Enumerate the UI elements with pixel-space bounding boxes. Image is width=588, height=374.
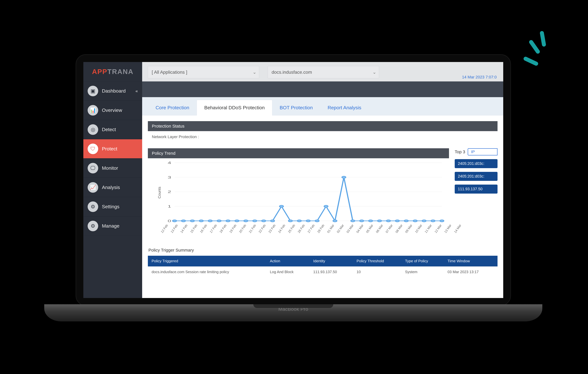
- content-area: Protection Status Network Layer Protecti…: [142, 115, 503, 298]
- trigger-summary-table: Policy TriggeredActionIdentityPolicy Thr…: [148, 256, 497, 277]
- svg-point-33: [378, 220, 381, 222]
- svg-point-23: [288, 220, 293, 222]
- svg-point-35: [395, 220, 399, 222]
- svg-point-20: [262, 220, 266, 222]
- table-cell: 03 Mar 2023 13:17: [444, 267, 497, 277]
- top3-type-select[interactable]: IP: [468, 148, 497, 155]
- svg-point-36: [404, 220, 408, 222]
- protection-status-body: Network Layer Protection :: [148, 131, 497, 143]
- sidebar-item-settings[interactable]: ⚙Settings: [83, 197, 142, 216]
- svg-point-18: [244, 220, 248, 222]
- chevron-down-icon: ⌄: [372, 69, 376, 75]
- svg-point-34: [387, 220, 390, 222]
- chart-y-axis-label: Counts: [157, 187, 162, 198]
- chevron-left-icon: «: [136, 88, 138, 93]
- sub-header-bar: [142, 81, 503, 97]
- main-area: [ All Applications ] ⌄ docs.indusface.co…: [142, 62, 503, 298]
- domain-filter-select[interactable]: docs.indusface.com ⌄: [268, 66, 379, 78]
- accent-marks: [527, 36, 542, 58]
- sidebar-item-label: Settings: [102, 204, 119, 209]
- device-shadow: [44, 321, 542, 337]
- tab-report-analysis[interactable]: Report Analysis: [320, 100, 369, 115]
- sidebar-item-analysis[interactable]: 📈Analysis: [83, 178, 142, 197]
- table-header: Time Window: [444, 256, 497, 267]
- tab-core-protection[interactable]: Core Protection: [148, 100, 197, 115]
- topbar: [ All Applications ] ⌄ docs.indusface.co…: [142, 62, 503, 81]
- sidebar-item-label: Protect: [102, 146, 117, 152]
- svg-point-11: [181, 220, 186, 222]
- device-base: MacBook Pro: [44, 304, 542, 321]
- chevron-down-icon: ⌄: [253, 69, 256, 75]
- svg-point-10: [173, 220, 177, 222]
- sidebar-item-label: Dashboard: [102, 88, 126, 94]
- sidebar-item-detect[interactable]: ◎Detect: [83, 120, 142, 139]
- svg-point-26: [315, 220, 319, 222]
- svg-point-30: [351, 220, 355, 222]
- svg-point-14: [208, 220, 212, 222]
- sidebar-item-monitor[interactable]: 🖵Monitor: [83, 158, 142, 178]
- device-notch: [266, 55, 320, 60]
- device-screen: APPTRANA ▣Dashboard«📊Overview◎Detect🛡Pro…: [83, 62, 503, 298]
- protect-icon: 🛡: [88, 143, 98, 154]
- svg-text:0: 0: [168, 219, 171, 223]
- table-header: Policy Triggered: [148, 256, 266, 267]
- sidebar-item-label: Monitor: [102, 165, 118, 171]
- svg-point-21: [271, 220, 275, 222]
- tab-behavioral-ddos-protection[interactable]: Behavioral DDoS Protection: [197, 100, 272, 115]
- sidebar-item-manage[interactable]: ⚙Manage: [83, 216, 142, 236]
- svg-point-27: [324, 205, 328, 208]
- table-header: Type of Policy: [401, 256, 444, 267]
- analysis-icon: 📈: [88, 182, 98, 193]
- sidebar: APPTRANA ▣Dashboard«📊Overview◎Detect🛡Pro…: [83, 62, 142, 298]
- svg-point-13: [199, 220, 203, 222]
- logo-part-2: TRANA: [107, 68, 133, 76]
- svg-point-29: [342, 176, 346, 178]
- svg-text:4: 4: [168, 161, 171, 165]
- sidebar-item-overview[interactable]: 📊Overview: [83, 100, 142, 120]
- trigger-summary-title: Policy Trigger Summary: [148, 248, 497, 253]
- tab-bot-protection[interactable]: BOT Protection: [272, 100, 320, 115]
- table-cell: 111.93.137.50: [310, 267, 353, 277]
- domain-filter-value: docs.indusface.com: [272, 70, 312, 75]
- svg-point-32: [369, 220, 373, 222]
- detect-icon: ◎: [88, 124, 98, 135]
- svg-point-17: [235, 220, 239, 222]
- top3-label: Top 3: [455, 149, 465, 154]
- monitor-icon: 🖵: [88, 163, 98, 173]
- top-ip-entry[interactable]: 2405:201:d03c:: [455, 159, 497, 168]
- sidebar-item-protect[interactable]: 🛡Protect: [83, 139, 142, 158]
- table-cell: docs.indusface.com Session rate limiting…: [148, 267, 266, 277]
- svg-point-38: [422, 220, 426, 222]
- logo-part-1: APP: [92, 68, 107, 76]
- sidebar-item-label: Manage: [102, 223, 119, 229]
- svg-point-12: [190, 220, 194, 222]
- svg-point-28: [333, 220, 337, 222]
- sidebar-item-label: Overview: [102, 107, 122, 113]
- table-row: docs.indusface.com Session rate limiting…: [148, 267, 497, 277]
- table-cell: 10: [353, 267, 401, 277]
- table-cell: System: [401, 267, 444, 277]
- top-ip-entry[interactable]: 2405:201:d03c:: [455, 172, 497, 181]
- app-logo: APPTRANA: [83, 62, 142, 81]
- tab-bar: Core ProtectionBehavioral DDoS Protectio…: [142, 97, 503, 115]
- settings-icon: ⚙: [88, 201, 98, 212]
- page-timestamp: 14 Mar 2023 7:07:0: [462, 75, 497, 79]
- sidebar-item-label: Detect: [102, 127, 116, 132]
- app-root: APPTRANA ▣Dashboard«📊Overview◎Detect🛡Pro…: [83, 62, 503, 298]
- policy-trend-panel: Policy Trend Counts 01234 12 Feb13 Feb14…: [148, 148, 449, 239]
- svg-text:1: 1: [168, 204, 171, 208]
- svg-text:2: 2: [168, 190, 171, 194]
- svg-point-16: [226, 220, 230, 222]
- svg-point-15: [217, 220, 221, 222]
- application-filter-select[interactable]: [ All Applications ] ⌄: [148, 66, 259, 78]
- top-ip-entry[interactable]: 111.93.137.50: [455, 185, 497, 194]
- policy-trend-chart: Counts 01234 12 Feb13 Feb14 Feb15 Feb16 …: [148, 158, 449, 239]
- svg-point-31: [360, 220, 364, 222]
- svg-point-19: [253, 220, 257, 222]
- application-filter-value: [ All Applications ]: [152, 70, 187, 75]
- table-header: Policy Threshold: [353, 256, 401, 267]
- sidebar-item-dashboard[interactable]: ▣Dashboard«: [83, 81, 142, 100]
- svg-point-39: [431, 220, 435, 222]
- device-frame: APPTRANA ▣Dashboard«📊Overview◎Detect🛡Pro…: [76, 54, 511, 306]
- sidebar-item-label: Analysis: [102, 185, 120, 190]
